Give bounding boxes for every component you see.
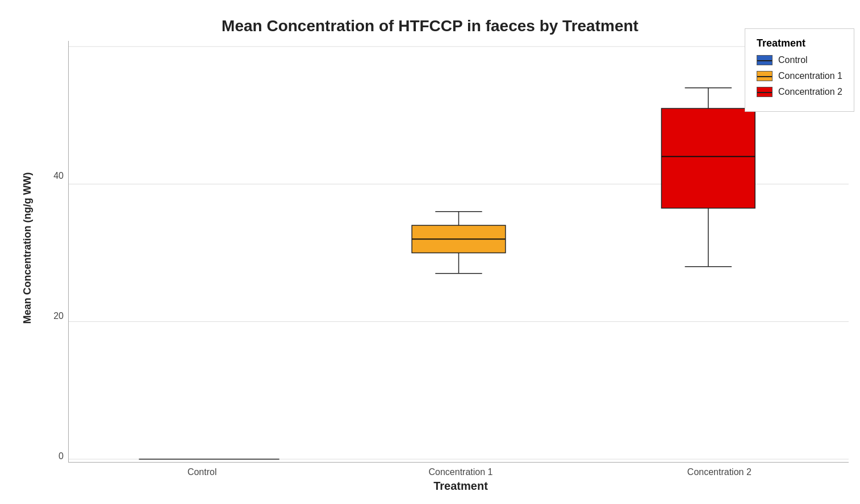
chart-body: Mean Concentration (ng/g WW) 40200 Contr…: [11, 41, 849, 493]
legend-items: ControlConcentration 1Concentration 2: [757, 55, 842, 97]
chart-container: Mean Concentration of HTFCCP in faeces b…: [0, 0, 860, 504]
legend-item: Concentration 1: [757, 71, 842, 81]
y-tick: 40: [53, 171, 64, 181]
legend-color-box: [757, 87, 773, 97]
legend-color-box: [757, 55, 773, 65]
x-axis-label: Control: [73, 467, 331, 477]
legend-item: Control: [757, 55, 842, 65]
legend-label: Control: [778, 55, 808, 65]
legend-color-box: [757, 71, 773, 81]
x-axis-labels: ControlConcentration 1Concentration 2: [73, 463, 849, 477]
y-tick: 20: [53, 311, 64, 321]
svg-rect-13: [661, 108, 755, 208]
y-tick: 0: [59, 451, 64, 461]
x-axis-title: Treatment: [73, 480, 849, 493]
y-axis-ticks: 40200: [43, 41, 68, 463]
plot-with-axes: 40200: [43, 41, 849, 463]
chart-title: Mean Concentration of HTFCCP in faeces b…: [222, 17, 638, 35]
plot-canvas: [68, 41, 849, 463]
x-axis-label: Concentration 2: [590, 467, 849, 477]
legend-label: Concentration 1: [778, 71, 842, 81]
legend-title: Treatment: [757, 37, 842, 49]
legend: Treatment ControlConcentration 1Concentr…: [745, 28, 854, 112]
chart-plot-area: 40200 ControlConcentration 1Concentratio…: [43, 41, 849, 493]
x-axis-label: Concentration 1: [331, 467, 590, 477]
y-axis-label-container: Mean Concentration (ng/g WW): [11, 41, 43, 493]
legend-label: Concentration 2: [778, 87, 842, 97]
legend-item: Concentration 2: [757, 87, 842, 97]
y-axis-label: Mean Concentration (ng/g WW): [21, 210, 33, 324]
